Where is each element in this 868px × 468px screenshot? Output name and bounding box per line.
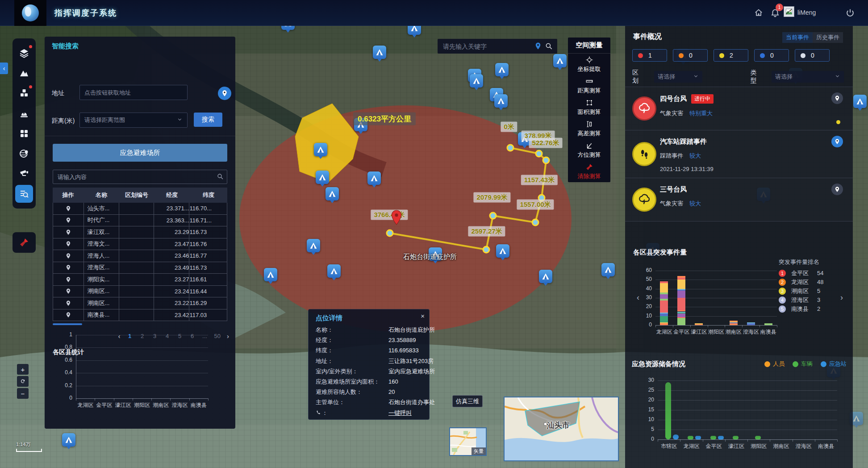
reset-view-button[interactable] <box>17 376 29 387</box>
shelter-marker[interactable] <box>326 187 339 201</box>
shelter-marker[interactable] <box>367 171 381 185</box>
locate-event-button[interactable] <box>831 184 843 195</box>
overview-minimap[interactable]: 汕头市 <box>504 397 619 461</box>
zoom-out-button[interactable]: − <box>17 388 29 399</box>
bar-segment <box>677 310 685 311</box>
table-row[interactable]: 澄海区...23.49116.73 <box>53 262 227 274</box>
table-row[interactable]: 澄海人...23.46116.77 <box>53 250 227 262</box>
locate-pin-icon[interactable] <box>53 262 84 274</box>
vector-basemap-thumb[interactable]: 矢量 <box>449 427 487 456</box>
type-filter-select[interactable]: 请选择 <box>772 71 844 83</box>
locate-pin-icon[interactable] <box>53 274 84 285</box>
sidebar-item-blocks[interactable] <box>15 84 33 102</box>
locate-pin-icon[interactable] <box>53 309 84 321</box>
search-button[interactable]: 搜索 <box>194 113 222 127</box>
shelter-marker[interactable] <box>316 171 329 184</box>
locate-pin-icon[interactable] <box>53 250 84 262</box>
table-filter-input[interactable] <box>53 170 227 184</box>
shelter-marker[interactable] <box>373 46 386 59</box>
table-row[interactable]: 潮南区...23.24116.44 <box>53 286 227 298</box>
tool-crosshair[interactable]: 坐标提取 <box>568 54 610 75</box>
close-icon[interactable]: × <box>421 312 425 320</box>
page-button[interactable]: 50 <box>214 333 221 339</box>
table-row[interactable]: 时代广...23.363...116.71... <box>53 215 227 227</box>
y-tick-label: 10 <box>645 416 654 422</box>
severity-stat-box[interactable]: 1 <box>632 49 667 62</box>
carousel-next[interactable]: › <box>840 293 843 302</box>
table-row[interactable]: 潮阳实...23.27116.61 <box>53 274 227 286</box>
locate-pin-icon[interactable] <box>53 297 84 309</box>
selected-poi-pin[interactable] <box>391 210 402 226</box>
avatar[interactable] <box>784 6 794 17</box>
search-icon[interactable] <box>545 42 553 50</box>
sidebar-item-siren[interactable] <box>15 104 33 122</box>
home-icon[interactable] <box>754 8 764 18</box>
shelter-marker[interactable] <box>314 143 327 156</box>
event-card[interactable]: 汽车站踩踏事件踩踏事件较大2021-11-29 13:31:39 <box>625 130 853 178</box>
event-panel: 事件概况 当前事件 历史事件 10200 区划 请选择 类型 请选择 四号台风进… <box>625 26 853 468</box>
collapse-panel-tab[interactable]: ‹ <box>0 63 8 74</box>
sim-3d-button[interactable]: 仿真三维 <box>452 395 483 407</box>
sidebar-item-layers[interactable] <box>15 44 33 62</box>
table-row[interactable]: 南澳县...23.42117.03 <box>53 309 227 322</box>
severity-stat-box[interactable]: 0 <box>754 49 789 62</box>
get-address-button[interactable] <box>218 87 231 100</box>
bar-segment <box>730 322 738 322</box>
zoom-in-button[interactable]: + <box>17 364 29 375</box>
locate-pin-icon[interactable] <box>53 226 84 238</box>
globe-logo-icon <box>22 4 39 21</box>
shelter-marker[interactable] <box>62 433 75 447</box>
tool-area[interactable]: 面积测算 <box>568 96 610 118</box>
shelter-marker[interactable] <box>496 244 509 258</box>
shelter-marker[interactable] <box>327 264 341 278</box>
locate-pin-icon[interactable] <box>53 215 84 226</box>
locate-pin-icon[interactable] <box>53 238 84 250</box>
severity-stat-box[interactable]: 0 <box>673 49 708 62</box>
shelter-marker[interactable] <box>495 63 509 76</box>
district-filter-select[interactable]: 请选择 <box>654 71 702 83</box>
locate-pin-icon[interactable] <box>534 42 542 50</box>
shelter-marker[interactable] <box>553 54 567 67</box>
address-input[interactable] <box>79 85 188 100</box>
clear-map-tool[interactable] <box>13 232 36 253</box>
sidebar-item-grid[interactable] <box>15 125 33 142</box>
locate-pin-icon[interactable] <box>53 286 84 297</box>
tool-brush[interactable]: 清除测算 <box>568 161 610 182</box>
severity-stat-box[interactable]: 2 <box>714 49 748 62</box>
carousel-prev[interactable]: ‹ <box>637 293 639 302</box>
table-row[interactable]: 汕头市...23.371...116.70... <box>53 203 227 215</box>
shelter-marker[interactable] <box>470 74 483 88</box>
power-icon[interactable] <box>845 8 855 18</box>
call-link[interactable]: 一键呼叫 <box>388 408 412 418</box>
sidebar-item-cctv[interactable] <box>15 165 33 183</box>
tool-height[interactable]: 高差测算 <box>568 118 610 139</box>
locate-event-button[interactable] <box>831 92 843 104</box>
event-card[interactable]: 三号台风气象灾害较大 <box>625 178 853 221</box>
shelter-marker[interactable] <box>539 270 552 283</box>
table-row[interactable]: 潮南区...23.22116.29 <box>53 297 227 309</box>
tool-bearing[interactable]: 方位测算 <box>568 139 610 161</box>
tool-ruler[interactable]: 距离测算 <box>568 75 610 96</box>
user-name[interactable]: liMeng <box>797 9 816 16</box>
shelter-marker[interactable] <box>853 95 867 108</box>
shelter-marker[interactable] <box>601 263 615 276</box>
shelter-marker[interactable] <box>494 94 508 108</box>
tab-history-events[interactable]: 历史事件 <box>813 32 843 43</box>
event-card[interactable]: 四号台风进行中气象灾害特别重大 <box>625 87 853 130</box>
map-scale: 1:14万 <box>16 441 42 452</box>
page-next[interactable]: › <box>227 332 229 340</box>
tab-current-events[interactable]: 当前事件 <box>782 32 813 43</box>
emergency-shelter-button[interactable]: 应急避难场所 <box>53 144 227 162</box>
horizontal-scrollbar[interactable] <box>53 323 82 325</box>
sidebar-item-globe-pin[interactable] <box>15 145 33 163</box>
shelter-marker[interactable] <box>264 268 277 281</box>
table-row[interactable]: 澄海文...23.47116.76 <box>53 238 227 251</box>
table-row[interactable]: 濠江双...23.29116.73 <box>53 226 227 238</box>
locate-pin-icon[interactable] <box>53 203 84 214</box>
shelter-marker[interactable] <box>307 239 320 252</box>
severity-stat-box[interactable]: 0 <box>795 49 830 62</box>
distance-select[interactable]: 请选择距离范围 <box>79 113 188 128</box>
sidebar-item-mountain[interactable] <box>15 64 33 82</box>
sidebar-item-search-list[interactable] <box>15 185 33 203</box>
locate-event-button[interactable] <box>831 136 843 147</box>
